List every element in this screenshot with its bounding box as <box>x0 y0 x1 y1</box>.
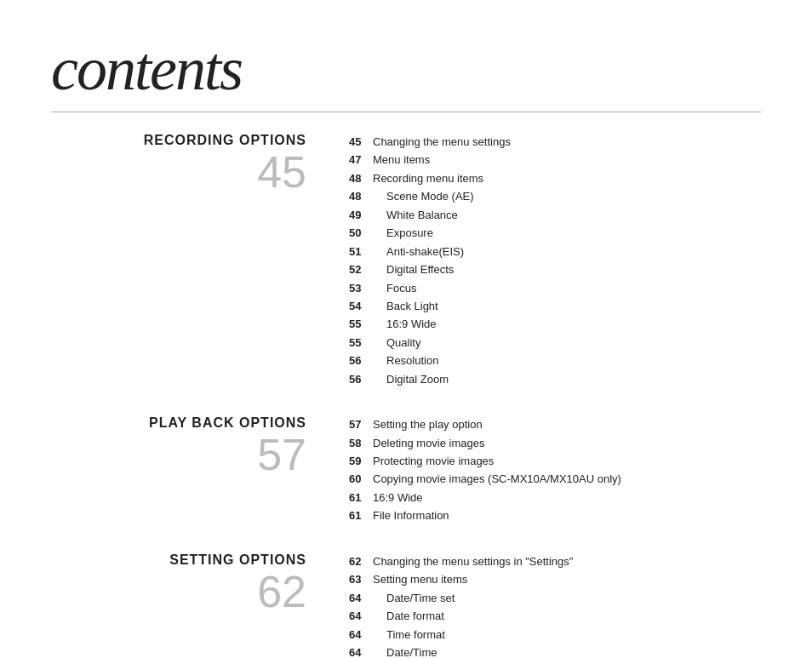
toc-entry: 64Date/Time <box>349 644 761 658</box>
section-title-recording: RECORDING OPTIONS <box>51 133 306 148</box>
section-left-settings: SETTING OPTIONS62 <box>51 552 340 658</box>
section-recording: RECORDING OPTIONS4545Changing the menu s… <box>51 133 761 388</box>
toc-entry: 60Copying movie images (SC-MX10A/MX10AU … <box>349 470 761 488</box>
toc-entry: 64Date format <box>349 607 761 625</box>
section-number-recording: 45 <box>51 150 306 194</box>
toc-entry-text: Quality <box>373 334 420 352</box>
toc-entry: 56Digital Zoom <box>349 370 761 388</box>
toc-entry: 57Setting the play option <box>349 415 761 433</box>
toc-entry: 47Menu items <box>349 151 761 169</box>
toc-entry-text: 16:9 Wide <box>373 489 423 506</box>
toc-page-number: 55 <box>349 315 373 333</box>
toc-entry-text: Anti-shake(EIS) <box>373 243 464 260</box>
toc-entry-text: Menu items <box>373 151 430 169</box>
toc-entry-text: Scene Mode (AE) <box>373 187 474 205</box>
toc-page-number: 59 <box>349 452 373 470</box>
toc-page-number: 58 <box>349 434 373 452</box>
toc-entry: 55Quality <box>349 334 761 352</box>
toc-page-number: 48 <box>349 187 373 205</box>
toc-entry-text: Focus <box>373 279 416 297</box>
section-right-playback: 57Setting the play option58Deleting movi… <box>340 415 761 525</box>
toc-entry: 64Date/Time set <box>349 589 761 607</box>
toc-entry-text: Changing the menu settings <box>373 133 511 151</box>
toc-entry-text: 16:9 Wide <box>373 315 437 333</box>
toc-entry-text: Back Light <box>373 297 438 315</box>
toc-entry: 59Protecting movie images <box>349 452 761 470</box>
toc-entry: 52Digital Effects <box>349 260 761 278</box>
toc-page-number: 53 <box>349 279 373 297</box>
toc-page-number: 56 <box>349 352 373 369</box>
toc-page-number: 64 <box>349 589 373 607</box>
toc-entry-text: Date/Time <box>373 644 437 658</box>
toc-entry-text: Setting menu items <box>373 570 467 588</box>
toc-page-number: 45 <box>349 133 373 151</box>
toc-page-number: 60 <box>349 470 373 488</box>
toc-entry: 5516:9 Wide <box>349 315 761 333</box>
section-right-recording: 45Changing the menu settings47Menu items… <box>340 133 761 388</box>
toc-page-number: 47 <box>349 151 373 169</box>
toc-page-number: 49 <box>349 206 373 224</box>
toc-entry: 62Changing the menu settings in "Setting… <box>349 552 761 570</box>
toc-entry-text: Recording menu items <box>373 169 483 187</box>
toc-page-number: 62 <box>349 552 373 570</box>
toc-entry: 50Exposure <box>349 224 761 242</box>
toc-entry: 45Changing the menu settings <box>349 133 761 151</box>
toc-entry-text: File Information <box>373 506 449 524</box>
section-number-settings: 62 <box>51 569 306 614</box>
toc-page-number: 57 <box>349 415 373 433</box>
toc-entry-text: Changing the menu settings in "Settings" <box>373 552 573 570</box>
section-settings: SETTING OPTIONS6262Changing the menu set… <box>51 552 761 658</box>
toc-entry: 56Resolution <box>349 352 761 369</box>
toc-page-number: 48 <box>349 169 373 187</box>
toc-entry-text: Deleting movie images <box>373 434 485 452</box>
toc-entry: 58Deleting movie images <box>349 434 761 452</box>
toc-page-number: 51 <box>349 243 373 260</box>
toc-entry-text: Date/Time set <box>373 589 455 607</box>
toc-entry: 54Back Light <box>349 297 761 315</box>
page-title: contents <box>51 34 761 112</box>
toc-entry: 6116:9 Wide <box>349 489 761 506</box>
toc-entry: 63Setting menu items <box>349 570 761 588</box>
toc-entry-text: Date format <box>373 607 444 625</box>
toc-entry-text: Setting the play option <box>373 415 483 433</box>
section-title-playback: PLAY BACK OPTIONS <box>51 415 306 431</box>
section-title-settings: SETTING OPTIONS <box>51 552 306 568</box>
section-left-playback: PLAY BACK OPTIONS57 <box>51 415 340 525</box>
toc-entry-text: Digital Zoom <box>373 370 449 388</box>
toc-page-number: 56 <box>349 370 373 388</box>
toc-entry-text: Resolution <box>373 352 438 369</box>
toc-entry-text: White Balance <box>373 206 458 224</box>
toc-page-number: 64 <box>349 626 373 644</box>
toc-entry-text: Protecting movie images <box>373 452 494 470</box>
toc-page-number: 55 <box>349 334 373 352</box>
toc-entry-text: Copying movie images (SC-MX10A/MX10AU on… <box>373 470 621 488</box>
toc-page-number: 64 <box>349 644 373 658</box>
toc-entry-text: Time format <box>373 626 445 644</box>
section-left-recording: RECORDING OPTIONS45 <box>51 133 340 388</box>
toc-entry-text: Exposure <box>373 224 433 242</box>
toc-page-number: 64 <box>349 607 373 625</box>
toc-page-number: 54 <box>349 297 373 315</box>
toc-page-number: 63 <box>349 570 373 588</box>
content-area: RECORDING OPTIONS4545Changing the menu s… <box>51 133 761 658</box>
toc-entry: 51Anti-shake(EIS) <box>349 243 761 260</box>
toc-page-number: 61 <box>349 506 373 524</box>
toc-entry: 64Time format <box>349 626 761 644</box>
section-playback: PLAY BACK OPTIONS5757Setting the play op… <box>51 415 761 525</box>
toc-entry: 48Scene Mode (AE) <box>349 187 761 205</box>
toc-entry: 48Recording menu items <box>349 169 761 187</box>
toc-page-number: 61 <box>349 489 373 506</box>
toc-page-number: 52 <box>349 260 373 278</box>
section-right-settings: 62Changing the menu settings in "Setting… <box>340 552 761 658</box>
section-number-playback: 57 <box>51 432 306 477</box>
toc-entry: 49White Balance <box>349 206 761 224</box>
toc-entry-text: Digital Effects <box>373 260 454 278</box>
toc-page-number: 50 <box>349 224 373 242</box>
toc-entry: 61File Information <box>349 506 761 524</box>
toc-entry: 53Focus <box>349 279 761 297</box>
